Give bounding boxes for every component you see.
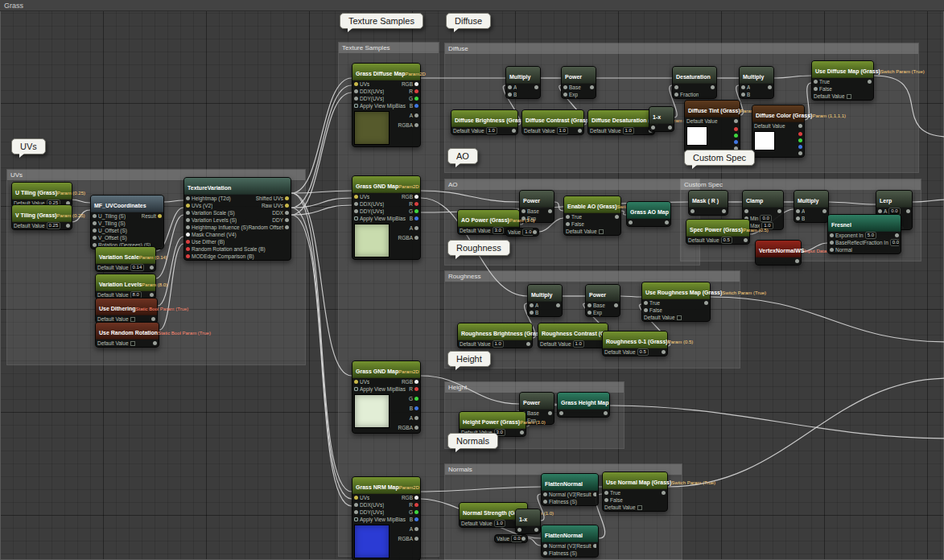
pin[interactable] <box>93 236 97 240</box>
pin[interactable] <box>814 80 818 84</box>
pin[interactable] <box>614 303 618 307</box>
pin[interactable] <box>548 411 552 415</box>
pin[interactable] <box>566 215 570 219</box>
pin[interactable] <box>768 85 772 89</box>
pin[interactable] <box>690 209 695 213</box>
pin[interactable] <box>593 492 596 496</box>
pin[interactable] <box>186 204 190 208</box>
pin[interactable] <box>556 303 560 307</box>
pin[interactable] <box>414 527 418 531</box>
checkbox[interactable] <box>637 505 642 510</box>
value-box[interactable]: 1.0 <box>494 520 505 527</box>
normals-constant[interactable]: Value0.0 <box>494 534 528 543</box>
pin[interactable] <box>629 220 633 224</box>
one-minus-normals[interactable]: 1-x <box>515 509 541 534</box>
pin[interactable] <box>578 129 582 133</box>
pin[interactable] <box>285 211 289 215</box>
value-box[interactable]: 0.5 <box>721 237 732 244</box>
pin[interactable] <box>158 214 162 218</box>
value-box[interactable]: 0.25 <box>47 222 61 229</box>
one-minus-diffuse[interactable]: 1-x <box>649 106 674 132</box>
pin[interactable] <box>414 510 418 514</box>
pin[interactable] <box>508 93 512 97</box>
comment-bubble-uvs[interactable]: UVs <box>11 138 46 154</box>
pin[interactable] <box>414 503 418 507</box>
grass-gnd-map-1[interactable]: Grass GND MapParam2DUVsRGBDDX(UVs)RDDY(U… <box>352 175 421 260</box>
pin[interactable] <box>795 259 799 263</box>
pin[interactable] <box>151 317 155 321</box>
pin[interactable] <box>704 301 708 305</box>
pin[interactable] <box>563 93 567 97</box>
diffuse-tint-param[interactable]: Diffuse Tint (Grass)Param (1,1,1,1)Defau… <box>684 100 740 153</box>
pin[interactable] <box>615 215 619 219</box>
pin[interactable] <box>895 233 899 237</box>
use-normal-map-switch[interactable]: Use Normal Map (Grass)Switch Param (True… <box>602 471 668 512</box>
pin[interactable] <box>186 247 190 251</box>
pin[interactable] <box>414 387 418 391</box>
mf-uvcoordinates[interactable]: MF_UVCoordinatesU_Tiling (S)ResultV_Tili… <box>90 195 164 249</box>
diffuse-multiply[interactable]: MultiplyAB <box>505 66 541 99</box>
pin[interactable] <box>354 82 358 86</box>
pin[interactable] <box>530 311 534 315</box>
pin[interactable] <box>734 140 738 144</box>
pin[interactable] <box>354 216 358 220</box>
value-box[interactable]: 0.0 <box>760 215 771 222</box>
pin[interactable] <box>414 416 418 420</box>
material-graph-canvas[interactable]: Grass UVsTexture SamplesDiffuseAOCustom … <box>0 0 944 560</box>
pin[interactable] <box>414 202 418 206</box>
pin[interactable] <box>150 293 154 297</box>
pin[interactable] <box>414 113 418 117</box>
pin[interactable] <box>186 196 190 200</box>
pin[interactable] <box>651 126 655 130</box>
pin[interactable] <box>744 238 748 242</box>
grass-height-map[interactable]: Grass Height Map <box>557 392 610 418</box>
pin[interactable] <box>798 124 802 128</box>
pin[interactable] <box>798 151 802 155</box>
pin[interactable] <box>354 496 358 500</box>
pin[interactable] <box>354 202 358 206</box>
pin[interactable] <box>722 209 726 213</box>
pin[interactable] <box>548 209 552 213</box>
spec-power-param[interactable]: Spec Power (Grass)Param (0.5)Default Val… <box>686 219 750 245</box>
variation-levels-param[interactable]: Variation LevelsParam (8.0)Default Value… <box>95 274 156 299</box>
pin[interactable] <box>414 537 418 541</box>
pin[interactable] <box>354 89 358 93</box>
pin[interactable] <box>414 97 418 101</box>
pin[interactable] <box>354 195 358 199</box>
pin[interactable] <box>587 303 592 307</box>
pin[interactable] <box>414 104 418 108</box>
pin[interactable] <box>741 85 745 89</box>
grass-ao-map[interactable]: Grass AO Map <box>626 201 671 227</box>
pin[interactable] <box>741 93 745 97</box>
comment-bubble-texture-samples[interactable]: Texture Samples <box>340 13 423 29</box>
pin[interactable] <box>354 517 358 521</box>
pin[interactable] <box>563 85 567 89</box>
pin[interactable] <box>414 216 418 220</box>
pin[interactable] <box>644 308 648 312</box>
pin[interactable] <box>830 241 834 245</box>
value-box[interactable]: 0.5 <box>637 348 649 356</box>
vertex-normal-ws[interactable]: VertexNormalWSInput Data <box>755 240 802 266</box>
grass-nrm-map[interactable]: Grass NRM MapParam2DUVsRGBDDX(UVs)RDDY(U… <box>352 476 421 560</box>
pin[interactable] <box>354 380 358 384</box>
pin[interactable] <box>186 240 190 244</box>
ao-constant[interactable]: Value1.0 <box>505 228 539 237</box>
value-box[interactable]: 0.04 <box>890 239 899 246</box>
value-box[interactable]: 5.0 <box>865 232 876 239</box>
pin[interactable] <box>593 544 596 548</box>
pin[interactable] <box>587 311 592 315</box>
pin[interactable] <box>521 537 526 541</box>
pin[interactable] <box>93 229 97 233</box>
pin[interactable] <box>93 214 97 218</box>
value-box[interactable]: 0.14 <box>130 264 145 271</box>
pin[interactable] <box>285 225 289 229</box>
diffuse-power[interactable]: PowerBaseExp <box>561 66 596 99</box>
pin[interactable] <box>414 517 418 521</box>
pin[interactable] <box>285 204 289 208</box>
use-dithering-param[interactable]: Use DitheringStatic Bool Param (True)Def… <box>95 298 158 323</box>
pin[interactable] <box>534 528 538 532</box>
pin[interactable] <box>530 303 534 307</box>
fresnel[interactable]: FresnelExponent In5.0BaseReflectFraction… <box>827 214 901 254</box>
pin[interactable] <box>354 503 358 507</box>
pin[interactable] <box>543 551 547 555</box>
